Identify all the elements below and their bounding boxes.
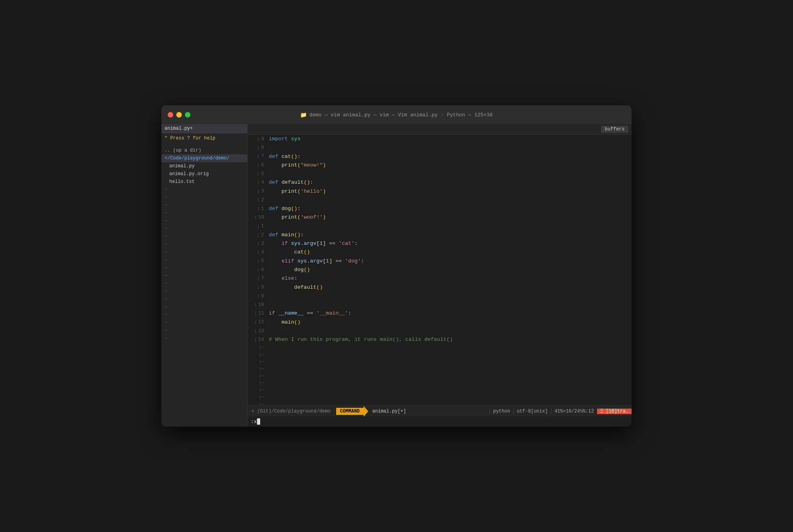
- close-button[interactable]: [168, 112, 173, 118]
- tilde-1: ~: [161, 186, 247, 194]
- code-line-14: |4 cat(): [248, 248, 632, 257]
- cmdline[interactable]: :x: [248, 416, 632, 427]
- tilde-line-7: |~: [248, 387, 632, 394]
- sidebar: animal.py+ " Press ? for help .. (up a d…: [161, 124, 248, 427]
- sidebar-up-dir[interactable]: .. (up a dir): [161, 147, 247, 154]
- maximize-button[interactable]: [185, 112, 190, 118]
- code-line-15: |5 elif sys.argv[1] == 'dog':: [248, 257, 632, 266]
- tilde-7: ~: [161, 233, 247, 241]
- buffers-button[interactable]: buffers: [601, 126, 628, 133]
- code-line-17: |7 else:: [248, 274, 632, 283]
- tilde-line-1: |~: [248, 344, 632, 351]
- sidebar-current-dir[interactable]: </Code/playground/demo/: [161, 154, 247, 162]
- status-right: python utf-8[unix] 41%=10/24½%:12 Ξ [16]…: [490, 409, 632, 414]
- code-editor[interactable]: |9 import sys |8 |7 def cat():: [248, 135, 632, 405]
- code-line-3: |7 def cat():: [248, 152, 632, 161]
- status-encoding: utf-8[unix]: [513, 409, 551, 414]
- code-line-5: |5: [248, 170, 632, 178]
- tilde-4: ~: [161, 209, 247, 217]
- tilde-19: ~: [161, 327, 247, 335]
- status-mode-badge: COMMAND: [336, 408, 364, 415]
- tilde-15: ~: [161, 295, 247, 303]
- window-title: 📁 demo — vim animal.py — vim — Vim anima…: [300, 112, 492, 118]
- code-line-18: |8 default(): [248, 283, 632, 292]
- tilde-13: ~: [161, 280, 247, 288]
- code-line-20: |10: [248, 300, 632, 309]
- code-line-10: |10 print('woof!'): [248, 213, 632, 222]
- sidebar-tab[interactable]: animal.py+: [161, 124, 247, 133]
- code-line-2: |8: [248, 143, 632, 152]
- code-line-7: |3 print('hello'): [248, 187, 632, 196]
- titlebar: 📁 demo — vim animal.py — vim — Vim anima…: [161, 105, 632, 124]
- statusbar: < (Git)/Code/playground/demo COMMAND ani…: [248, 405, 632, 416]
- editor-header: buffers: [248, 124, 632, 135]
- tilde-line-9: |~: [248, 401, 632, 406]
- sidebar-file-hello-txt[interactable]: hello.txt: [161, 178, 247, 186]
- tilde-line-8: |~: [248, 394, 632, 401]
- status-position: 41%=10/24½%:12: [551, 409, 597, 414]
- sidebar-help: " Press ? for help: [161, 133, 247, 143]
- code-line-6: |4 def default():: [248, 178, 632, 187]
- folder-icon: 📁: [300, 112, 307, 118]
- cmdline-text: :x: [251, 419, 257, 425]
- tilde-20: ~: [161, 335, 247, 342]
- tilde-2: ~: [161, 194, 247, 201]
- tilde-12: ~: [161, 272, 247, 280]
- tilde-6: ~: [161, 225, 247, 233]
- tilde-10: ~: [161, 256, 247, 264]
- code-line-13: |3 if sys.argv[1] == 'cat':: [248, 239, 632, 248]
- code-content[interactable]: |9 import sys |8 |7 def cat():: [248, 135, 632, 405]
- code-line-19: |9: [248, 292, 632, 300]
- tilde-8: ~: [161, 241, 247, 248]
- code-line-21: |11 if __name__ == '__main__':: [248, 309, 632, 318]
- code-line-24: |14 # When I run this program, it runs m…: [248, 335, 632, 344]
- cursor: [257, 418, 260, 425]
- code-line-4: |6 print("meow!"): [248, 161, 632, 170]
- sidebar-file-animal-py[interactable]: animal.py: [161, 162, 247, 170]
- status-filetype: python: [490, 409, 513, 414]
- sidebar-file-animal-py-orig[interactable]: animal.py.orig: [161, 170, 247, 178]
- tilde-16: ~: [161, 303, 247, 311]
- editor-area: buffers |9 import sys |8 |: [248, 124, 632, 427]
- tilde-18: ~: [161, 319, 247, 327]
- code-line-8: |2: [248, 196, 632, 204]
- status-mode-arrow: [364, 406, 368, 417]
- tilde-3: ~: [161, 201, 247, 209]
- traffic-lights: [168, 112, 190, 118]
- tilde-17: ~: [161, 311, 247, 319]
- tilde-line-2: |~: [248, 351, 632, 358]
- tilde-14: ~: [161, 288, 247, 295]
- status-filename: animal.py[+]: [368, 409, 410, 414]
- tilde-line-3: |~: [248, 358, 632, 366]
- tilde-line-5: |~: [248, 373, 632, 380]
- main-area: animal.py+ " Press ? for help .. (up a d…: [161, 124, 632, 427]
- tilde-line-6: |~: [248, 380, 632, 387]
- code-line-12: |2 def main():: [248, 231, 632, 239]
- minimize-button[interactable]: [176, 112, 182, 118]
- vim-window: 📁 demo — vim animal.py — vim — Vim anima…: [161, 105, 632, 427]
- tilde-11: ~: [161, 264, 247, 272]
- code-line-23: |13: [248, 327, 632, 335]
- code-line-22: |12 main(): [248, 318, 632, 327]
- code-line-16: |6 dog(): [248, 266, 632, 274]
- status-extra: Ξ [16]tra…: [597, 409, 632, 414]
- code-line-1: |9 import sys: [248, 135, 632, 143]
- tilde-line-4: |~: [248, 366, 632, 373]
- tilde-9: ~: [161, 248, 247, 256]
- status-git-path: < (Git)/Code/playground/demo: [248, 409, 335, 414]
- code-line-9: |1 def dog():: [248, 204, 632, 213]
- code-line-11: |1: [248, 222, 632, 231]
- tilde-5: ~: [161, 217, 247, 225]
